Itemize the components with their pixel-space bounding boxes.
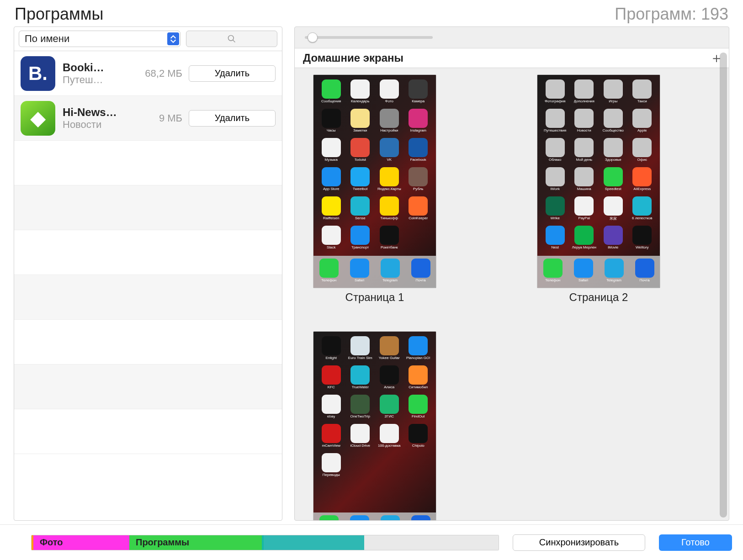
home-app-icon[interactable]: Музыка: [317, 138, 345, 165]
home-app-icon[interactable]: CoinKeeper: [404, 196, 433, 224]
home-app-icon[interactable]: Транспорт: [346, 226, 375, 253]
home-app-icon[interactable]: Переводы: [317, 453, 345, 481]
home-app-icon[interactable]: Tweetbot: [346, 167, 375, 195]
home-app-icon[interactable]: [375, 482, 403, 510]
home-app-icon[interactable]: Заметки: [346, 109, 375, 136]
zoom-slider[interactable]: [305, 36, 433, 39]
home-app-icon[interactable]: ebay: [317, 395, 345, 422]
home-app-icon[interactable]: iMovie: [599, 226, 627, 253]
home-app-icon[interactable]: Часы: [317, 109, 345, 136]
home-app-icon[interactable]: Дополнения: [570, 79, 599, 107]
home-app-icon[interactable]: Машина: [570, 167, 599, 195]
dock-app-icon[interactable]: Почта: [411, 515, 430, 520]
home-app-icon[interactable]: Леруа Мерлен: [570, 226, 599, 253]
home-app-icon[interactable]: Sense: [346, 196, 375, 224]
home-app-icon[interactable]: FindOut: [404, 395, 433, 422]
home-app-icon[interactable]: AliExpress: [628, 167, 657, 195]
dock-app-icon[interactable]: Telegram: [605, 259, 624, 282]
app-row[interactable]: ◆ Hi-News… Новости 9 МБ Удалить: [14, 96, 282, 141]
home-app-icon[interactable]: Raiffeisen: [317, 196, 345, 224]
home-app-icon[interactable]: OneTwoTrip: [346, 395, 375, 422]
home-screen[interactable]: EnlightEuro Train SimYokee GuitarPlanopl…: [313, 331, 436, 520]
home-app-icon[interactable]: [404, 482, 433, 510]
home-app-icon[interactable]: Такси: [628, 79, 657, 107]
home-app-icon[interactable]: Welltory: [628, 226, 657, 253]
home-app-icon[interactable]: Камера: [404, 79, 433, 107]
dock-app-label: Почта: [639, 278, 649, 282]
remove-button[interactable]: Удалить: [189, 110, 276, 127]
home-screen[interactable]: ФотографияДополненияИгрыТаксиПутешествия…: [537, 74, 660, 304]
dock-app-icon[interactable]: Telegram: [381, 259, 400, 282]
home-app-icon[interactable]: Рубль: [404, 167, 433, 195]
home-app-icon[interactable]: Enlight: [317, 336, 345, 364]
search-input[interactable]: [186, 31, 277, 47]
home-app-icon[interactable]: Todoist: [346, 138, 375, 165]
home-app-label: Переводы: [323, 473, 340, 477]
home-app-icon[interactable]: Wrike: [541, 196, 569, 224]
home-app-icon[interactable]: Рокетбанк: [375, 226, 403, 253]
home-app-icon[interactable]: Planoplan GO!: [404, 336, 433, 364]
home-app-icon[interactable]: [317, 482, 345, 510]
home-app-icon[interactable]: Здоровье: [599, 138, 627, 165]
home-app-icon[interactable]: Путешествия: [541, 109, 569, 136]
app-row[interactable]: B. Booki… Путеш… 68,2 МБ Удалить: [14, 51, 282, 96]
zoom-thumb[interactable]: [308, 32, 318, 42]
dock-app-icon[interactable]: Почта: [411, 259, 430, 282]
home-app-icon[interactable]: [404, 226, 433, 253]
home-app-icon[interactable]: Календарь: [346, 79, 375, 107]
home-app-icon[interactable]: Speedtest: [599, 167, 627, 195]
home-app-icon[interactable]: Настройки: [375, 109, 403, 136]
home-app-icon[interactable]: Сообщество: [599, 109, 627, 136]
home-app-icon[interactable]: 2ГИС: [375, 395, 403, 422]
home-app-icon[interactable]: KFC: [317, 365, 345, 393]
sort-dropdown[interactable]: По имени: [19, 31, 180, 47]
home-app-icon[interactable]: [346, 453, 375, 481]
dock-app-icon[interactable]: Safari: [350, 259, 369, 282]
home-app-icon[interactable]: Euro Train Sim: [346, 336, 375, 364]
dock-app-icon[interactable]: Safari: [574, 259, 593, 282]
dock-app-icon[interactable]: Safari: [350, 515, 369, 520]
done-button[interactable]: Готово: [659, 534, 732, 551]
home-app-icon[interactable]: PayPal: [570, 196, 599, 224]
home-app-icon[interactable]: Сообщения: [317, 79, 345, 107]
home-app-icon[interactable]: VK: [375, 138, 403, 165]
home-app-icon[interactable]: Офис: [628, 138, 657, 165]
home-app-icon[interactable]: App Store: [317, 167, 345, 195]
home-app-icon[interactable]: 6 лепестков: [628, 196, 657, 224]
dock-app-icon[interactable]: Телефон: [319, 515, 339, 520]
home-app-icon[interactable]: Instagram: [404, 109, 433, 136]
home-app-icon[interactable]: iWork: [541, 167, 569, 195]
home-app-icon[interactable]: iCloud Drive: [346, 424, 375, 451]
home-app-icon[interactable]: [346, 482, 375, 510]
dock-app-icon[interactable]: Telegram: [381, 515, 400, 520]
home-app-icon[interactable]: Тинькофф: [375, 196, 403, 224]
home-app-icon[interactable]: Новости: [570, 109, 599, 136]
home-app-icon[interactable]: Игры: [599, 79, 627, 107]
home-app-icon[interactable]: [375, 453, 403, 481]
home-app-icon[interactable]: Яндекс.Карты: [375, 167, 403, 195]
home-app-icon[interactable]: Облако: [541, 138, 569, 165]
home-app-icon[interactable]: Facebook: [404, 138, 433, 165]
home-app-icon[interactable]: Slack: [317, 226, 345, 253]
home-app-icon[interactable]: 100-доставка: [375, 424, 403, 451]
sync-button[interactable]: Синхронизировать: [513, 534, 645, 551]
home-app-icon[interactable]: Фото: [375, 79, 403, 107]
home-app-icon[interactable]: Мой день: [570, 138, 599, 165]
home-app-icon[interactable]: Алиса: [375, 365, 403, 393]
dock-app-icon[interactable]: Телефон: [319, 259, 339, 282]
dock-app-icon[interactable]: Телефон: [543, 259, 563, 282]
remove-button[interactable]: Удалить: [189, 65, 276, 82]
home-app-icon[interactable]: 米家: [599, 196, 627, 224]
home-screen[interactable]: СообщенияКалендарьФотоКамераЧасыЗаметкиН…: [313, 74, 436, 304]
dock-app-icon[interactable]: Почта: [635, 259, 654, 282]
home-app-icon[interactable]: Chipolo: [404, 424, 433, 451]
home-app-icon[interactable]: TrueWater: [346, 365, 375, 393]
home-app-icon[interactable]: Yokee Guitar: [375, 336, 403, 364]
home-app-icon[interactable]: mCamView: [317, 424, 345, 451]
home-app-icon[interactable]: [404, 453, 433, 481]
home-app-icon[interactable]: Фотография: [541, 79, 569, 107]
home-app-icon[interactable]: Apple: [628, 109, 657, 136]
home-app-icon[interactable]: Nest: [541, 226, 569, 253]
home-app-icon[interactable]: Ситимобил: [404, 365, 433, 393]
scrollbar[interactable]: [720, 53, 727, 518]
